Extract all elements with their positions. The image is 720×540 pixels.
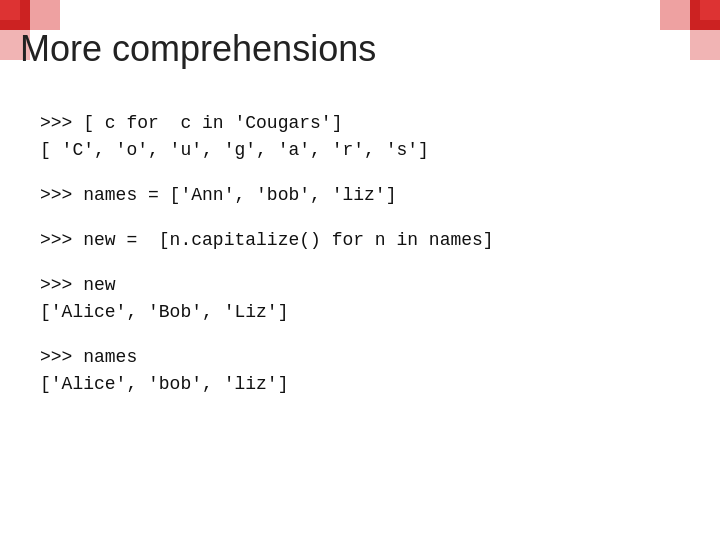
page-title: More comprehensions xyxy=(20,28,376,70)
code-line-4-2: ['Alice', 'Bob', 'Liz'] xyxy=(40,299,494,326)
code-section-3: >>> new = [n.capitalize() for n in names… xyxy=(40,227,494,254)
svg-rect-6 xyxy=(660,0,690,30)
code-line-2-1: >>> names = ['Ann', 'bob', 'liz'] xyxy=(40,182,494,209)
corner-decoration-top-right xyxy=(660,0,720,60)
code-section-1: >>> [ c for c in 'Cougars'] [ 'C', 'o', … xyxy=(40,110,494,164)
code-line-5-2: ['Alice', 'bob', 'liz'] xyxy=(40,371,494,398)
code-line-5-1: >>> names xyxy=(40,344,494,371)
svg-rect-7 xyxy=(690,30,720,60)
svg-rect-2 xyxy=(30,0,60,30)
svg-rect-1 xyxy=(0,0,20,20)
code-line-1-2: [ 'C', 'o', 'u', 'g', 'a', 'r', 's'] xyxy=(40,137,494,164)
code-line-4-1: >>> new xyxy=(40,272,494,299)
code-section-2: >>> names = ['Ann', 'bob', 'liz'] xyxy=(40,182,494,209)
code-line-1-1: >>> [ c for c in 'Cougars'] xyxy=(40,110,494,137)
svg-rect-5 xyxy=(700,0,720,20)
code-block: >>> [ c for c in 'Cougars'] [ 'C', 'o', … xyxy=(40,110,494,416)
code-section-4: >>> new ['Alice', 'Bob', 'Liz'] xyxy=(40,272,494,326)
code-section-5: >>> names ['Alice', 'bob', 'liz'] xyxy=(40,344,494,398)
code-line-3-1: >>> new = [n.capitalize() for n in names… xyxy=(40,227,494,254)
